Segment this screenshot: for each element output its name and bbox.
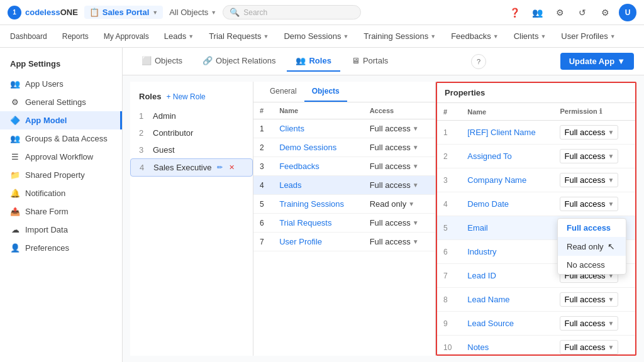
- tab-objects[interactable]: ⬜ Objects: [133, 51, 191, 72]
- roles-tab-icon: 👥: [296, 56, 306, 65]
- prop-permission[interactable]: Full access ▼: [553, 145, 635, 168]
- role-row-contributor[interactable]: 2 Contributor: [130, 124, 253, 141]
- prop-permission[interactable]: Full access ▼: [553, 168, 635, 192]
- sidebar-item-share-form[interactable]: 📤 Share Form: [0, 202, 122, 221]
- prop-name[interactable]: Email: [461, 216, 553, 240]
- object-access[interactable]: Full access ▼: [364, 176, 435, 195]
- nav-my-approvals[interactable]: My Approvals: [103, 32, 150, 41]
- config-icon[interactable]: ⚙: [596, 4, 614, 21]
- nav-dashboard[interactable]: Dashboard: [9, 32, 48, 41]
- nav-leads[interactable]: Leads ▼: [163, 31, 195, 41]
- settings-icon[interactable]: ⚙: [551, 4, 569, 21]
- sidebar-item-general-settings[interactable]: ⚙ General Settings: [0, 93, 122, 111]
- object-name[interactable]: Training Sessions: [273, 195, 363, 214]
- sidebar-item-groups-data-access[interactable]: 👥 Groups & Data Access: [0, 129, 122, 148]
- object-name[interactable]: User Profile: [273, 233, 363, 251]
- subtab-general[interactable]: General: [262, 82, 304, 102]
- tab-help-icon[interactable]: ?: [471, 54, 486, 69]
- object-name[interactable]: Feedbacks: [273, 157, 363, 176]
- permission-info-icon[interactable]: ℹ: [599, 107, 602, 115]
- prop-name[interactable]: Lead Name: [461, 288, 553, 312]
- property-row[interactable]: 8 Lead Name Full access ▼: [437, 288, 635, 312]
- object-num: 7: [253, 233, 273, 251]
- property-row[interactable]: 10 Notes Full access ▼: [437, 336, 635, 356]
- sidebar-item-app-model[interactable]: 🔷 App Model: [0, 111, 122, 129]
- object-access[interactable]: Full access ▼: [364, 138, 435, 157]
- nav-demo-sessions[interactable]: Demo Sessions ▼: [282, 31, 350, 41]
- new-role-button[interactable]: + New Role: [166, 92, 205, 101]
- sidebar-item-notification[interactable]: 🔔 Notification: [0, 184, 122, 202]
- property-row[interactable]: 9 Lead Source Full access ▼: [437, 312, 635, 336]
- object-access[interactable]: Read only ▼: [364, 195, 435, 214]
- nav-trial-requests[interactable]: Trial Requests ▼: [208, 31, 270, 41]
- nav-reports[interactable]: Reports: [61, 32, 90, 41]
- prop-name[interactable]: Assigned To: [461, 145, 553, 168]
- object-name[interactable]: Leads: [273, 176, 363, 195]
- sidebar-item-preferences[interactable]: 👤 Preferences: [0, 239, 122, 257]
- dropdown-item-no-access[interactable]: No access: [558, 256, 626, 274]
- object-access[interactable]: Full access ▼: [364, 119, 435, 138]
- property-row[interactable]: 1 [REF] Client Name Full access ▼: [437, 121, 635, 145]
- tab-roles[interactable]: 👥 Roles: [287, 51, 340, 72]
- sidebar-item-app-users[interactable]: 👥 App Users: [0, 75, 122, 93]
- object-name[interactable]: Trial Requests: [273, 214, 363, 233]
- property-row[interactable]: 2 Assigned To Full access ▼: [437, 145, 635, 168]
- nav-feedbacks[interactable]: Feedbacks ▼: [450, 31, 500, 41]
- object-row[interactable]: 1 Clients Full access ▼: [253, 119, 435, 138]
- dropdown-item-read-only[interactable]: Read only ↖: [558, 237, 626, 256]
- prop-name[interactable]: Lead ID: [461, 264, 553, 288]
- prop-permission[interactable]: Full access ▼: [553, 192, 635, 216]
- object-access[interactable]: Full access ▼: [364, 233, 435, 251]
- nav-clients[interactable]: Clients ▼: [513, 31, 548, 41]
- tab-object-relations[interactable]: 🔗 Object Relations: [194, 51, 284, 72]
- sidebar-item-import-data[interactable]: ☁ Import Data: [0, 221, 122, 239]
- avatar[interactable]: U: [619, 4, 636, 21]
- property-row[interactable]: 4 Demo Date Full access ▼: [437, 192, 635, 216]
- prop-num: 3: [437, 168, 461, 192]
- prop-name[interactable]: Industry: [461, 240, 553, 264]
- nav-training-sessions[interactable]: Training Sessions ▼: [362, 31, 437, 41]
- subtab-objects[interactable]: Objects: [304, 82, 347, 102]
- sidebar-item-approval-workflow[interactable]: ☰ Approval Workflow: [0, 148, 122, 166]
- roles-header: Roles + New Role: [130, 88, 253, 107]
- prop-permission[interactable]: Full access ▼: [553, 288, 635, 312]
- nav-user-profiles[interactable]: User Profiles ▼: [560, 31, 616, 41]
- object-access[interactable]: Full access ▼: [364, 157, 435, 176]
- approval-icon: ☰: [10, 152, 20, 162]
- tab-portals[interactable]: 🖥 Portals: [343, 51, 397, 72]
- prop-permission[interactable]: Full access ▼: [553, 121, 635, 145]
- update-app-button[interactable]: Update App ▼: [560, 53, 634, 70]
- prop-name[interactable]: Company Name: [461, 168, 553, 192]
- role-row-sales-executive[interactable]: 4 Sales Executive ✏ ✕: [130, 158, 253, 177]
- role-edit-icon[interactable]: ✏: [217, 163, 223, 172]
- all-objects-dropdown[interactable]: All Objects ▼: [169, 8, 216, 17]
- object-name[interactable]: Demo Sessions: [273, 138, 363, 157]
- property-row[interactable]: 3 Company Name Full access ▼: [437, 168, 635, 192]
- role-row-guest[interactable]: 3 Guest: [130, 141, 253, 158]
- search-bar[interactable]: 🔍 Search: [223, 5, 361, 19]
- prop-name[interactable]: Notes: [461, 336, 553, 356]
- permission-dropdown-menu[interactable]: Full access Read only ↖ No access: [557, 218, 626, 275]
- prop-permission[interactable]: Full access ▼: [553, 312, 635, 336]
- object-name[interactable]: Clients: [273, 119, 363, 138]
- prop-name[interactable]: Demo Date: [461, 192, 553, 216]
- help-icon[interactable]: ❓: [506, 4, 523, 21]
- object-row[interactable]: 7 User Profile Full access ▼: [253, 233, 435, 251]
- object-access[interactable]: Full access ▼: [364, 214, 435, 233]
- object-row[interactable]: 6 Trial Requests Full access ▼: [253, 214, 435, 233]
- role-row-admin[interactable]: 1 Admin: [130, 107, 253, 124]
- prop-name[interactable]: Lead Source: [461, 312, 553, 336]
- users-icon[interactable]: 👥: [528, 4, 546, 21]
- object-row[interactable]: 5 Training Sessions Read only ▼: [253, 195, 435, 214]
- prop-name[interactable]: [REF] Client Name: [461, 121, 553, 145]
- prop-permission[interactable]: Full access ▼: [553, 336, 635, 356]
- sidebar-item-shared-property[interactable]: 📁 Shared Property: [0, 166, 122, 184]
- object-row[interactable]: 4 Leads Full access ▼: [253, 176, 435, 195]
- app-selector[interactable]: 📋 Sales Portal ▼: [84, 6, 163, 19]
- roles-title: Roles: [139, 92, 161, 101]
- undo-icon[interactable]: ↺: [574, 4, 591, 21]
- role-delete-icon[interactable]: ✕: [229, 163, 235, 172]
- dropdown-item-full-access[interactable]: Full access: [558, 219, 626, 237]
- object-row[interactable]: 3 Feedbacks Full access ▼: [253, 157, 435, 176]
- object-row[interactable]: 2 Demo Sessions Full access ▼: [253, 138, 435, 157]
